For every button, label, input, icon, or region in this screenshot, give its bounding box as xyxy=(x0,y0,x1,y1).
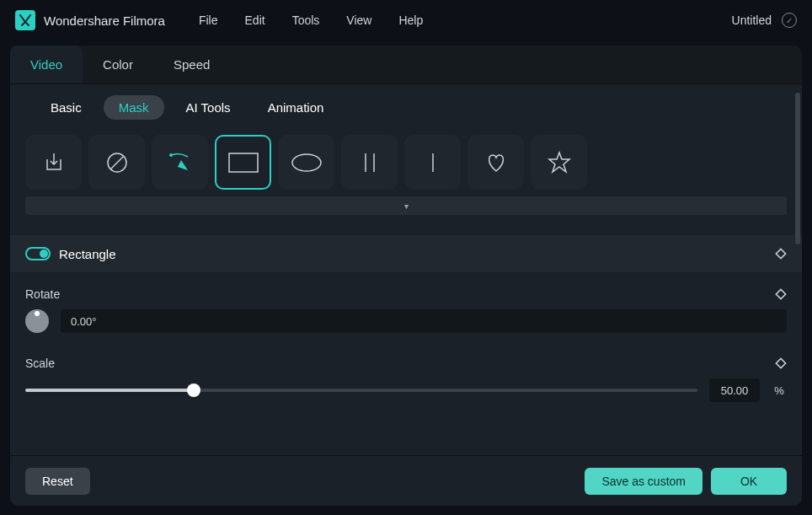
mask-enable-toggle[interactable] xyxy=(25,247,51,260)
shape-star-button[interactable] xyxy=(531,135,587,190)
shape-pen-button[interactable] xyxy=(152,135,208,190)
mask-shapes-row xyxy=(10,130,802,190)
menu-edit[interactable]: Edit xyxy=(245,13,265,27)
shape-none-button[interactable] xyxy=(88,135,145,190)
scale-slider-thumb[interactable] xyxy=(187,384,200,397)
keyframe-diamond-icon[interactable] xyxy=(775,248,787,260)
mask-section-header: Rectangle xyxy=(10,235,802,272)
mask-section-title: Rectangle xyxy=(59,247,116,261)
tab-video[interactable]: Video xyxy=(10,46,83,83)
svg-rect-10 xyxy=(776,358,785,367)
rotate-label: Rotate xyxy=(25,287,60,301)
svg-rect-8 xyxy=(776,249,785,258)
status-check-icon[interactable] xyxy=(782,13,797,28)
shape-rectangle-button[interactable] xyxy=(215,135,271,190)
properties-panel: Video Color Speed Basic Mask AI Tools An… xyxy=(10,46,802,506)
tab-color[interactable]: Color xyxy=(83,46,153,83)
shape-single-line-button[interactable] xyxy=(404,135,461,190)
shape-import-button[interactable] xyxy=(25,135,82,190)
subtab-mask[interactable]: Mask xyxy=(104,95,164,120)
shape-ellipse-button[interactable] xyxy=(278,135,334,190)
menu-help[interactable]: Help xyxy=(398,13,423,27)
reset-button[interactable]: Reset xyxy=(25,468,90,495)
svg-point-4 xyxy=(292,154,321,171)
shape-double-line-button[interactable] xyxy=(341,135,398,190)
scale-unit: % xyxy=(772,384,787,397)
menubar: Wondershare Filmora File Edit Tools View… xyxy=(0,0,812,40)
scrollbar[interactable] xyxy=(795,93,800,244)
app-title: Wondershare Filmora xyxy=(44,13,165,28)
save-as-custom-button[interactable]: Save as custom xyxy=(585,468,702,495)
scale-value-input[interactable]: 50.00 xyxy=(709,378,760,402)
svg-rect-3 xyxy=(229,153,258,172)
menu-view[interactable]: View xyxy=(346,13,371,27)
expand-collapse-bar[interactable]: ▾ xyxy=(25,196,787,215)
rotate-keyframe-icon[interactable] xyxy=(775,288,787,300)
svg-point-2 xyxy=(169,153,173,157)
menu-tools[interactable]: Tools xyxy=(292,13,320,27)
ok-button[interactable]: OK xyxy=(711,468,787,495)
scale-label: Scale xyxy=(25,357,55,370)
chevron-down-icon: ▾ xyxy=(404,201,409,211)
menu-file[interactable]: File xyxy=(199,13,218,27)
document-title: Untitled xyxy=(732,13,772,27)
subtab-aitools[interactable]: AI Tools xyxy=(171,95,246,120)
svg-line-1 xyxy=(110,156,124,169)
rotate-value-input[interactable]: 0.00° xyxy=(61,309,787,333)
shape-heart-button[interactable] xyxy=(467,135,524,190)
sub-tabs: Basic Mask AI Tools Animation xyxy=(10,84,802,130)
app-logo-icon xyxy=(15,10,35,30)
rotate-knob[interactable] xyxy=(25,309,49,333)
scale-slider[interactable] xyxy=(25,389,697,392)
tab-speed[interactable]: Speed xyxy=(153,46,230,83)
subtab-animation[interactable]: Animation xyxy=(253,95,339,120)
svg-rect-9 xyxy=(776,289,785,298)
scale-keyframe-icon[interactable] xyxy=(775,357,787,369)
top-tabs: Video Color Speed xyxy=(10,46,802,84)
subtab-basic[interactable]: Basic xyxy=(35,95,97,120)
footer-bar: Reset Save as custom OK xyxy=(10,455,802,506)
